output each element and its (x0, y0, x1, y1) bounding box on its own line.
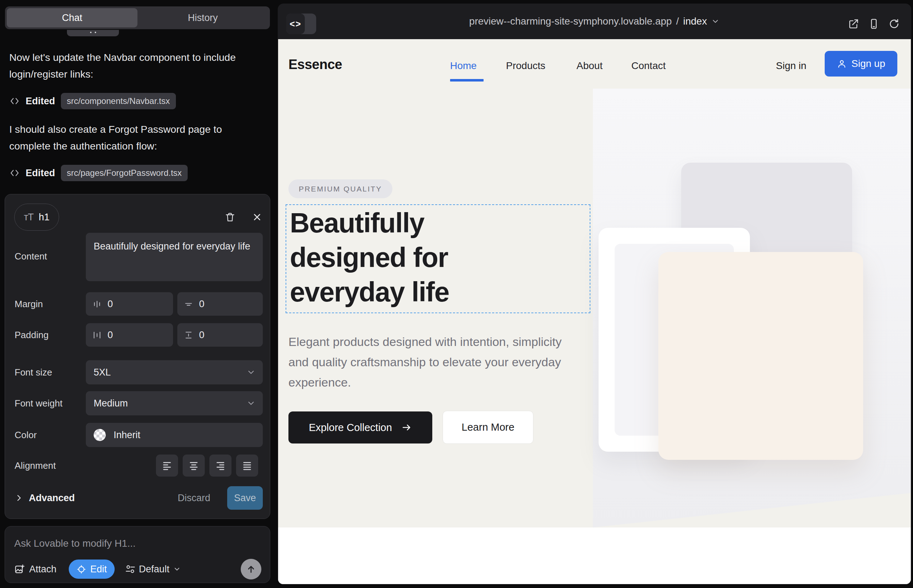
h1-selection-outline: Beautifully designed for everyday life (286, 204, 590, 313)
edited-label: Edited (26, 96, 55, 107)
type-icon: тT (24, 212, 34, 223)
edited-file-row: Edited src/pages/ForgotPassword.tsx (9, 164, 188, 182)
mobile-view-button[interactable] (866, 16, 882, 32)
scrolled-pill-peek[interactable] (67, 30, 119, 36)
selected-element-tag: тT h1 (14, 204, 59, 231)
hero-description: Elegant products designed with intention… (288, 332, 573, 393)
padding-x-input[interactable]: 0 (86, 323, 173, 347)
alignment-field-label: Alignment (15, 454, 56, 477)
content-field-label: Content (15, 244, 47, 268)
sliders-icon (125, 564, 135, 574)
edited-file-chip[interactable]: src/components/Navbar.tsx (61, 93, 176, 109)
sign-in-link[interactable]: Sign in (776, 59, 806, 73)
font-weight-select[interactable]: Medium (86, 391, 263, 415)
arrow-up-icon (246, 564, 256, 575)
hero-heading[interactable]: Beautifully designed for everyday life (290, 206, 503, 309)
section-below-hero (278, 528, 911, 584)
padding-y-input[interactable]: 0 (177, 323, 263, 347)
content-textarea[interactable]: Beautifully designed for everyday life (86, 233, 263, 281)
site-logo[interactable]: Essence (288, 57, 342, 72)
preview-path: index (683, 16, 707, 27)
align-left-button[interactable] (156, 454, 178, 477)
nav-link-products[interactable]: Products (506, 59, 546, 73)
edit-mode-button[interactable]: Edit (69, 559, 115, 579)
sign-up-button[interactable]: Sign up (825, 51, 897, 76)
explore-collection-button[interactable]: Explore Collection (288, 412, 432, 444)
composer-toolbar: Attach Edit Default (14, 559, 261, 579)
padding-horizontal-icon (92, 330, 102, 340)
edited-label: Edited (26, 168, 55, 179)
assistant-message: Now let's update the Navbar component to… (9, 49, 246, 82)
font-size-select[interactable]: 5XL (86, 360, 263, 384)
user-icon (837, 59, 847, 69)
preview-page: Essence Home Products About Contact Sign… (278, 39, 911, 584)
padding-vertical-icon (184, 330, 193, 340)
attach-button[interactable]: Attach (14, 564, 57, 575)
premium-quality-badge: PREMIUM QUALITY (288, 179, 392, 198)
composer-input[interactable]: Ask Lovable to modify H1... (14, 538, 260, 549)
tab-history[interactable]: History (138, 8, 268, 27)
margin-vertical-icon (184, 299, 193, 309)
preview-url: preview--charming-site-symphony.lovable.… (469, 16, 672, 27)
arrow-right-icon (401, 422, 412, 433)
active-nav-underline (450, 79, 484, 81)
crosshair-icon (76, 564, 86, 574)
send-button[interactable] (241, 559, 261, 580)
element-editor-panel: тT h1 Content Beautifully designed for e… (5, 194, 270, 519)
margin-x-input[interactable]: 0 (86, 292, 173, 316)
chat-panel: Chat History Now let's update the Navbar… (0, 0, 277, 588)
assistant-message: I should also create a Forgot Password p… (9, 121, 246, 155)
tab-chat[interactable]: Chat (7, 8, 138, 27)
chevron-down-icon (173, 565, 181, 573)
margin-field-label: Margin (15, 292, 43, 316)
align-right-button[interactable] (209, 454, 231, 477)
chat-history-tabbar: Chat History (5, 6, 270, 29)
chevron-down-icon (246, 368, 256, 377)
margin-y-input[interactable]: 0 (177, 292, 263, 316)
chat-composer: Ask Lovable to modify H1... Attach Edit … (5, 526, 270, 583)
edited-file-row: Edited src/components/Navbar.tsx (9, 92, 176, 110)
color-picker-field[interactable]: Inherit (86, 423, 263, 447)
color-field-label: Color (15, 423, 37, 447)
url-separator: / (676, 16, 679, 27)
nav-link-home[interactable]: Home (450, 59, 477, 73)
open-external-button[interactable] (845, 16, 862, 32)
chevron-down-icon (246, 399, 256, 408)
preview-url-bar[interactable]: preview--charming-site-symphony.lovable.… (278, 3, 911, 39)
code-icon (9, 168, 20, 178)
discard-button[interactable]: Discard (178, 486, 210, 510)
padding-field-label: Padding (15, 323, 49, 347)
margin-horizontal-icon (92, 299, 102, 309)
align-justify-button[interactable] (236, 454, 258, 477)
transparent-color-swatch (94, 429, 106, 441)
preview-browser-frame: <> preview--charming-site-symphony.lovab… (278, 3, 911, 585)
nav-link-about[interactable]: About (576, 59, 602, 73)
delete-element-button[interactable] (222, 209, 238, 225)
nav-link-contact[interactable]: Contact (631, 59, 666, 73)
code-icon (9, 96, 20, 107)
chevron-down-icon (711, 17, 720, 26)
font-size-label: Font size (15, 360, 52, 384)
attach-image-icon (14, 564, 25, 575)
element-tag-name: h1 (39, 212, 50, 223)
refresh-button[interactable] (886, 16, 902, 32)
learn-more-button[interactable]: Learn More (443, 411, 533, 444)
edited-file-chip[interactable]: src/pages/ForgotPassword.tsx (61, 165, 188, 181)
align-center-button[interactable] (183, 454, 205, 477)
advanced-toggle[interactable]: Advanced (15, 486, 75, 510)
close-editor-button[interactable] (249, 209, 265, 225)
save-button[interactable]: Save (227, 486, 263, 510)
hero-card-beige (659, 252, 863, 460)
chevron-right-icon (15, 494, 23, 502)
model-default-button[interactable]: Default (125, 564, 181, 575)
font-weight-label: Font weight (15, 391, 62, 415)
